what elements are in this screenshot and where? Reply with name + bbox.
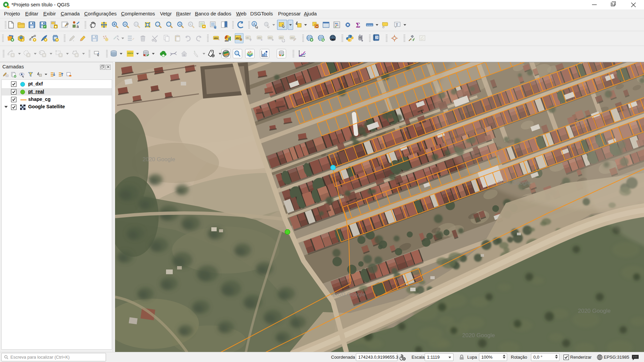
svg-text:abc: abc [258,37,262,39]
svg-text:abc: abc [214,37,218,40]
svg-text:abc: abc [290,37,294,39]
svg-text:2020 Google: 2020 Google [498,180,530,186]
svg-text:Σ: Σ [356,21,360,29]
svg-text:?: ? [376,36,378,39]
svg-text:a: a [76,24,79,29]
svg-text:ab: ab [246,37,249,39]
svg-text:V: V [32,36,34,39]
svg-text:abc: abc [225,40,229,42]
svg-text:. . .: . . . [128,54,131,56]
svg-text:T: T [396,22,398,26]
svg-text:2020 Google: 2020 Google [578,308,610,314]
svg-text:2020 Google: 2020 Google [143,156,175,163]
svg-text:2020 Google: 2020 Google [462,332,495,339]
svg-text:ab: ab [236,37,239,40]
svg-text:1:1: 1:1 [135,23,138,25]
svg-text:abc: abc [279,37,283,39]
svg-text:2020 Google: 2020 Google [333,291,365,298]
svg-text:abc: abc [268,37,272,39]
